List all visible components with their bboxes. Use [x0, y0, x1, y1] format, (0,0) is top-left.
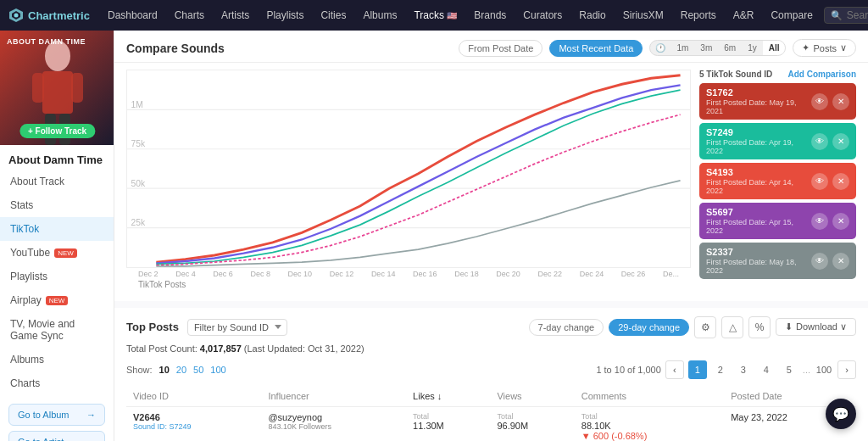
col-likes[interactable]: Likes ↓: [406, 386, 490, 407]
nav-artists[interactable]: Artists: [215, 6, 255, 25]
sidebar-item-about-track[interactable]: About Track: [0, 170, 114, 193]
alert-icon-button[interactable]: △: [721, 316, 743, 338]
posts-table: Video ID Influencer Likes ↓ Views Commen…: [126, 386, 856, 441]
page-3-button[interactable]: 3: [734, 360, 753, 379]
time-btn-3m[interactable]: 3m: [694, 41, 718, 55]
top-posts-right-controls: 7-day change 29-day change ⚙ △ % ⬇ Downl…: [529, 316, 856, 338]
nav-anr[interactable]: A&R: [727, 6, 760, 25]
album-art: ABOUT DAMN TIME + Follow Track: [0, 31, 114, 145]
x-axis-labels: Dec 2 Dec 4 Dec 6 Dec 8 Dec 10 Dec 12 De…: [126, 268, 691, 278]
sound-card-close-icon-1[interactable]: ✕: [832, 133, 849, 150]
filter-by-sound-id-select[interactable]: Filter by Sound ID: [187, 319, 287, 336]
posts-button[interactable]: ✦ Posts ∨: [793, 39, 856, 57]
sound-card-eye-icon-2[interactable]: 👁: [811, 173, 828, 190]
nav-charts[interactable]: Charts: [169, 6, 210, 25]
show-50[interactable]: 50: [193, 365, 203, 375]
sound-card-close-icon-3[interactable]: ✕: [832, 213, 849, 230]
svg-rect-5: [32, 73, 44, 103]
nav-tracks[interactable]: Tracks 🇺🇸: [408, 6, 463, 25]
page-prev-button[interactable]: ‹: [665, 360, 684, 379]
top-navigation: Chartmetric Dashboard Charts Artists Pla…: [0, 0, 868, 31]
sidebar-item-tv-sync[interactable]: TV, Movie and Game Sync: [0, 312, 114, 348]
search-input[interactable]: [847, 9, 868, 21]
sound-id-s5697: S5697: [706, 207, 811, 217]
page-next-button[interactable]: ›: [837, 360, 856, 379]
page-ellipsis: ...: [803, 365, 810, 375]
show-20[interactable]: 20: [176, 365, 186, 375]
sidebar-item-tiktok[interactable]: TikTok: [0, 217, 114, 241]
sound-id-s7249: S7249: [706, 127, 811, 137]
time-btn-1m[interactable]: 1m: [670, 41, 694, 55]
7day-change-button[interactable]: 7-day change: [529, 319, 604, 336]
sidebar-item-charts[interactable]: Charts: [0, 371, 114, 395]
go-to-artist-button[interactable]: Go to Artist →: [8, 431, 105, 441]
sound-card-s4193: S4193 First Posted Date: Apr 14, 2022 👁 …: [699, 163, 856, 199]
page-4-button[interactable]: 4: [757, 360, 776, 379]
most-recent-data-button[interactable]: Most Recent Data: [549, 40, 643, 57]
sound-card-eye-icon-3[interactable]: 👁: [811, 213, 828, 230]
sidebar-item-playlists[interactable]: Playlists: [0, 265, 114, 288]
sound-card-s5697: S5697 First Posted Date: Apr 15, 2022 👁 …: [699, 203, 856, 239]
time-btn-6m[interactable]: 6m: [718, 41, 742, 55]
chart-area: 1M 75k 50k 25k: [114, 63, 868, 301]
nav-dashboard[interactable]: Dashboard: [102, 6, 164, 25]
time-btn-all[interactable]: All: [763, 41, 786, 55]
sound-cards-header: 5 TikTok Sound ID Add Comparison: [699, 70, 856, 79]
nav-compare[interactable]: Compare: [765, 6, 818, 25]
go-to-album-button[interactable]: Go to Album →: [8, 404, 105, 426]
sidebar-item-albums[interactable]: Albums: [0, 348, 114, 371]
nav-albums[interactable]: Albums: [357, 6, 403, 25]
nav-radio[interactable]: Radio: [573, 6, 611, 25]
sound-card-close-icon-4[interactable]: ✕: [832, 253, 849, 270]
sound-card-eye-icon-1[interactable]: 👁: [811, 133, 828, 150]
cell-likes-0: Total 11.30M: [406, 406, 490, 441]
nav-reports[interactable]: Reports: [675, 6, 722, 25]
chevron-down-icon: ∨: [840, 42, 847, 53]
sidebar-item-youtube[interactable]: YouTube NEW: [0, 241, 114, 265]
nav-playlists[interactable]: Playlists: [260, 6, 309, 25]
nav-siriusxm[interactable]: SiriusXM: [617, 6, 670, 25]
page-5-button[interactable]: 5: [780, 360, 798, 379]
download-button[interactable]: ⬇ Download ∨: [776, 318, 856, 336]
chat-icon: 💬: [832, 406, 849, 422]
sound-id-s1762: S1762: [706, 87, 811, 98]
sound-card-eye-icon-4[interactable]: 👁: [811, 253, 828, 270]
29day-change-button[interactable]: 29-day change: [609, 319, 689, 336]
tiktok-posts-label: TikTok Posts: [126, 278, 691, 294]
compare-sounds-chart: 1M 75k 50k 25k: [126, 70, 691, 268]
sound-card-eye-icon-0[interactable]: 👁: [811, 93, 828, 110]
from-post-date-button[interactable]: From Post Date: [459, 40, 542, 57]
svg-rect-4: [42, 71, 73, 114]
settings-icon-button[interactable]: ⚙: [694, 316, 716, 338]
sound-id-s4193: S4193: [706, 167, 811, 177]
album-art-text: ABOUT DAMN TIME: [7, 37, 86, 47]
nav-brands[interactable]: Brands: [468, 6, 512, 25]
svg-text:25k: 25k: [131, 218, 146, 227]
search-box[interactable]: 🔍: [824, 7, 868, 24]
show-10[interactable]: 10: [159, 365, 170, 375]
show-100[interactable]: 100: [210, 365, 225, 375]
sidebar-item-airplay[interactable]: Airplay NEW: [0, 288, 114, 312]
time-btn-1y[interactable]: 1y: [742, 41, 763, 55]
logo[interactable]: Chartmetric: [8, 8, 90, 23]
page-100-button[interactable]: 100: [815, 360, 833, 379]
chat-bubble-button[interactable]: 💬: [826, 399, 856, 429]
svg-rect-6: [71, 73, 83, 103]
svg-text:50k: 50k: [131, 179, 146, 188]
time-btn-clock[interactable]: 🕐: [650, 41, 670, 55]
sound-cards-title: 5 TikTok Sound ID: [699, 70, 772, 79]
follow-track-button[interactable]: + Follow Track: [19, 124, 95, 138]
percent-icon-button[interactable]: %: [748, 316, 771, 338]
page-2-button[interactable]: 2: [711, 360, 730, 379]
sound-card-close-icon-0[interactable]: ✕: [832, 93, 849, 110]
track-title: About Damn Time: [0, 145, 114, 170]
nav-curators[interactable]: Curators: [517, 6, 568, 25]
page-1-button[interactable]: 1: [688, 360, 707, 379]
sound-card-close-icon-2[interactable]: ✕: [832, 173, 849, 190]
youtube-new-badge: NEW: [54, 248, 77, 258]
sidebar-item-stats[interactable]: Stats: [0, 193, 114, 217]
add-comparison-button[interactable]: Add Comparison: [787, 70, 856, 79]
nav-cities[interactable]: Cities: [314, 6, 352, 25]
col-video-id: Video ID: [126, 386, 261, 407]
cell-comments-0: Total 88.10K ▼ 600 (-0.68%): [575, 406, 724, 441]
